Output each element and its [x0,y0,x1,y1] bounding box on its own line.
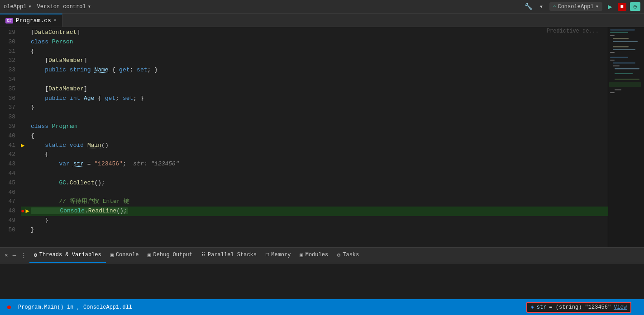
svg-rect-3 [613,38,629,39]
ln-38: 38 [0,113,15,122]
tab-close-icon[interactable]: × [54,18,57,23]
modules-icon: ▣ [300,252,303,259]
code-line-43: var str = "123456"; str: "123456" [21,160,608,169]
console-app-label: ConsoleApp1 [558,4,593,10]
parallel-stacks-icon: ⠿ [201,252,205,259]
ln-49: 49 [0,216,15,226]
code-line-32: [DataMember] [21,56,608,66]
code-line-50: } [21,226,608,235]
code-line-49: } [21,216,608,226]
title-bar-right: 🔧 ▾ ➩ ConsoleApp1 ▾ ▶ ■ ◎ [524,1,640,12]
ln-48: 48 [0,207,15,216]
app-name-dropdown[interactable]: oleApp1 ▾ [4,3,32,10]
bottom-panel: × — ⋮ ⚙ Threads & Variables ▣ Console ▣ … [0,247,644,299]
ln-41: 41 [0,141,15,150]
ln-35: 35 [0,85,15,94]
line-numbers: 29 30 31 32 33 34 35 36 37 38 39 40 41 4… [0,27,19,247]
code-line-48: ● ▶ Console.ReadLine(); [21,207,608,216]
panel-tab-threads[interactable]: ⚙ Threads & Variables [29,248,106,263]
status-location-item[interactable]: Program.Main() in , ConsoleApp1.dll [14,299,136,315]
version-control-chevron: ▾ [88,3,91,10]
code-line-37: } [21,103,608,113]
svg-rect-9 [610,60,615,61]
panel-tab-modules-label: Modules [305,252,328,258]
run-button[interactable]: ▶ [606,1,614,12]
panel-tab-threads-label: Threads & Variables [39,252,101,258]
code-line-33: public string Name { get; set; } [21,66,608,75]
ln-37: 37 [0,103,15,113]
status-location-text: Program.Main() in , ConsoleApp1.dll [18,304,132,310]
ln-32: 32 [0,56,15,66]
console-app-badge[interactable]: ➩ ConsoleApp1 ▾ [549,2,602,11]
ln-39: 39 [0,122,15,132]
panel-tab-memory[interactable]: □ Memory [261,248,295,263]
panel-tab-tasks[interactable]: ⚙ Tasks [333,248,363,263]
debug-output-icon: ▣ [148,252,151,259]
svg-rect-0 [610,29,635,30]
svg-rect-16 [615,83,637,86]
code-line-31: { [21,47,608,56]
stop-button[interactable]: ■ [618,3,626,11]
version-control-dropdown[interactable]: Version control ▾ [37,3,91,10]
code-line-38 [21,113,608,122]
panel-tab-modules[interactable]: ▣ Modules [295,248,333,263]
tab-label: Program.cs [16,17,51,24]
svg-rect-14 [615,79,639,80]
view-link[interactable]: View [614,304,627,310]
code-47: // 等待用户按 Enter 键 [31,197,129,207]
panel-tab-parallel-stacks[interactable]: ⠿ Parallel Stacks [197,248,261,263]
status-bar: Program.Main() in , ConsoleApp1.dll ◈ st… [0,299,644,315]
code-37: } [31,103,34,113]
code-content[interactable]: Predictive de... [DataContract] class Pe… [19,27,608,247]
panel-tab-parallel-label: Parallel Stacks [208,252,257,258]
code-30: class Person [31,38,73,47]
ln-29: 29 [0,28,15,38]
ln-47: 47 [0,197,15,207]
panel-tab-console[interactable]: ▣ Console [106,248,143,263]
csharp-lang-badge: C# [5,18,13,24]
version-control-label: Version control [37,4,86,10]
panel-tab-tasks-label: Tasks [343,252,359,258]
code-42: { [31,150,48,160]
copilot-button[interactable]: ◎ [630,2,640,11]
variable-tooltip: ◈ str = (string) "123456" View [526,302,631,313]
code-line-30: class Person [21,38,608,47]
code-line-47: // 等待用户按 Enter 键 [21,197,608,207]
ln-46: 46 [0,188,15,197]
panel-tab-debug-output[interactable]: ▣ Debug Output [143,248,197,263]
tools-dropdown-icon[interactable]: ▾ [537,2,546,11]
ln-50: 50 [0,226,15,235]
code-31: { [31,47,34,56]
var-name-text: str [537,304,547,310]
minimap [608,27,644,247]
arrow-marker-icon: ▶ [21,141,24,150]
panel-left-controls: × — ⋮ [2,248,29,263]
ln-45: 45 [0,179,15,188]
code-line-42: { [21,150,608,160]
app-name-chevron: ▾ [28,3,31,10]
svg-rect-18 [610,92,615,93]
svg-rect-12 [615,68,639,69]
svg-rect-6 [613,49,635,50]
threads-icon: ⚙ [34,252,37,259]
tools-icon[interactable]: 🔧 [524,2,533,11]
svg-rect-7 [610,52,615,53]
ln-34: 34 [0,75,15,85]
status-breakpoint-item[interactable] [4,299,14,315]
console-icon: ▣ [110,252,114,259]
svg-rect-4 [613,41,638,42]
svg-rect-2 [610,35,615,36]
panel-ctrl-close-icon[interactable]: × [4,251,9,260]
code-35: [DataMember] [31,85,87,94]
code-line-29: [DataContract] [21,28,608,38]
ln-36: 36 [0,94,15,103]
code-48: Console.ReadLine(); [31,207,128,216]
svg-rect-10 [613,62,635,63]
tab-program-cs[interactable]: C# Program.cs × [0,14,62,27]
ln-40: 40 [0,132,15,141]
gutter-48: ● ▶ [21,207,31,216]
code-39: class Program [31,122,76,132]
panel-ctrl-minus-icon[interactable]: — [12,251,17,260]
panel-ctrl-more-icon[interactable]: ⋮ [20,251,28,260]
gutter-41: ▶ [21,141,31,150]
